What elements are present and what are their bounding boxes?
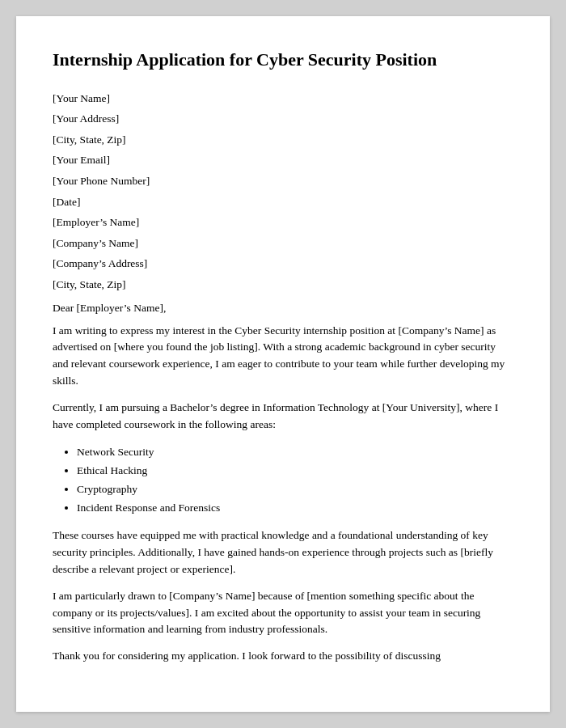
body-paragraph: I am writing to express my interest in t… <box>53 323 513 391</box>
address-line: [Company’s Name] <box>53 235 513 252</box>
list-item: Incident Response and Forensics <box>77 499 513 518</box>
address-line: [Date] <box>53 193 513 211</box>
salutation: Dear [Employer’s Name], <box>53 302 513 315</box>
document-page: Internship Application for Cyber Securit… <box>16 16 550 712</box>
list-item: Network Security <box>77 443 513 462</box>
list-item: Ethical Hacking <box>77 462 513 480</box>
address-line: [City, State, Zip] <box>53 276 513 294</box>
address-block: [Your Name][Your Address][City, State, Z… <box>53 90 513 294</box>
address-line: [Your Address] <box>53 110 513 128</box>
address-line: [City, State, Zip] <box>53 131 513 149</box>
body-paragraph: These courses have equipped me with prac… <box>53 527 513 578</box>
body-paragraph: Currently, I am pursuing a Bachelor’s de… <box>53 400 513 434</box>
body-paragraph: I am particularly drawn to [Company’s Na… <box>53 588 513 639</box>
list-item: Cryptography <box>77 480 513 499</box>
body-content: I am writing to express my interest in t… <box>53 323 513 666</box>
address-line: [Your Phone Number] <box>53 172 513 190</box>
coursework-list: Network SecurityEthical HackingCryptogra… <box>77 443 513 518</box>
address-line: [Employer’s Name] <box>53 214 513 231</box>
address-line: [Company’s Address] <box>53 255 513 273</box>
address-line: [Your Name] <box>53 90 513 108</box>
address-line: [Your Email] <box>53 151 513 169</box>
document-title: Internship Application for Cyber Securit… <box>53 49 513 72</box>
body-paragraph: Thank you for considering my application… <box>53 648 513 665</box>
